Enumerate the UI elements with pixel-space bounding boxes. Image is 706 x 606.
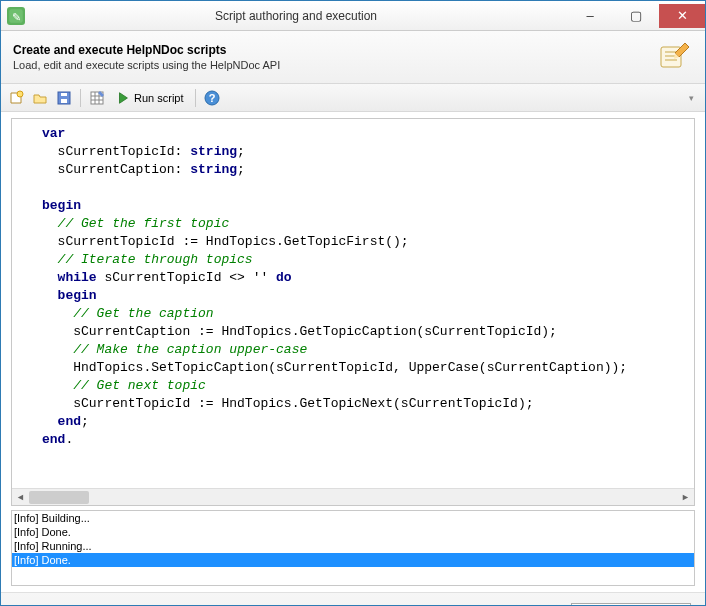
code-text: sCurrentTopicId := HndTopics.GetTopicNex… bbox=[42, 396, 533, 411]
svg-rect-7 bbox=[61, 99, 67, 103]
scroll-track[interactable] bbox=[29, 489, 677, 506]
code-text: ; bbox=[237, 144, 245, 159]
code-keyword: string bbox=[190, 144, 237, 159]
window-title: Script authoring and execution bbox=[25, 9, 567, 23]
new-script-button[interactable] bbox=[5, 87, 27, 109]
scroll-left-icon[interactable]: ◄ bbox=[12, 489, 29, 506]
toolbar-overflow-icon[interactable]: ▾ bbox=[689, 93, 701, 103]
code-keyword: var bbox=[42, 126, 65, 141]
code-text: sCurrentTopicId <> '' bbox=[97, 270, 276, 285]
svg-point-5 bbox=[17, 91, 23, 97]
code-text: ; bbox=[81, 414, 89, 429]
code-keyword: end bbox=[58, 414, 81, 429]
code-text: sCurrentTopicId: bbox=[42, 144, 190, 159]
code-text bbox=[42, 270, 58, 285]
svg-rect-8 bbox=[61, 93, 67, 96]
code-comment: // Get the first topic bbox=[42, 216, 229, 231]
header: Create and execute HelpNDoc scripts Load… bbox=[1, 31, 705, 84]
save-script-button[interactable] bbox=[53, 87, 75, 109]
code-text: sCurrentCaption: bbox=[42, 162, 190, 177]
code-keyword: string bbox=[190, 162, 237, 177]
code-keyword: begin bbox=[58, 288, 97, 303]
code-text bbox=[42, 288, 58, 303]
app-icon: ✎ bbox=[7, 7, 25, 25]
toolbar: Run script ? ▾ bbox=[1, 84, 705, 112]
output-line[interactable]: [Info] Done. bbox=[12, 525, 694, 539]
toolbar-separator bbox=[195, 89, 196, 107]
close-window-button[interactable]: ✕ bbox=[659, 4, 705, 28]
code-text: . bbox=[65, 432, 73, 447]
code-keyword: end bbox=[42, 432, 65, 447]
window-controls: – ▢ ✕ bbox=[567, 4, 705, 28]
code-keyword: while bbox=[58, 270, 97, 285]
output-pane[interactable]: [Info] Building... [Info] Done. [Info] R… bbox=[11, 510, 695, 586]
code-comment: // Get the caption bbox=[42, 306, 214, 321]
header-subtitle: Load, edit and execute scripts using the… bbox=[13, 59, 657, 71]
code-editor[interactable]: var sCurrentTopicId: string; sCurrentCap… bbox=[12, 119, 694, 488]
output-line[interactable]: [Info] Building... bbox=[12, 511, 694, 525]
build-button[interactable] bbox=[86, 87, 108, 109]
code-comment: // Iterate through topics bbox=[42, 252, 253, 267]
footer: Close bbox=[1, 592, 705, 606]
code-keyword: do bbox=[276, 270, 292, 285]
open-script-button[interactable] bbox=[29, 87, 51, 109]
code-keyword: begin bbox=[42, 198, 81, 213]
run-script-label: Run script bbox=[134, 92, 184, 104]
horizontal-scrollbar[interactable]: ◄ ► bbox=[12, 488, 694, 505]
code-comment: // Make the caption upper-case bbox=[42, 342, 307, 357]
header-text: Create and execute HelpNDoc scripts Load… bbox=[13, 43, 657, 71]
code-text: sCurrentTopicId := HndTopics.GetTopicFir… bbox=[42, 234, 409, 249]
code-text: HndTopics.SetTopicCaption(sCurrentTopicI… bbox=[42, 360, 627, 375]
maximize-button[interactable]: ▢ bbox=[613, 4, 659, 28]
scroll-right-icon[interactable]: ► bbox=[677, 489, 694, 506]
svg-text:✎: ✎ bbox=[12, 10, 21, 22]
play-icon bbox=[116, 91, 130, 105]
toolbar-separator bbox=[80, 89, 81, 107]
svg-text:?: ? bbox=[208, 92, 215, 104]
code-text bbox=[42, 414, 58, 429]
help-button[interactable]: ? bbox=[201, 87, 223, 109]
code-text: sCurrentCaption := HndTopics.GetTopicCap… bbox=[42, 324, 557, 339]
minimize-button[interactable]: – bbox=[567, 4, 613, 28]
editor-frame: var sCurrentTopicId: string; sCurrentCap… bbox=[11, 118, 695, 506]
run-script-button[interactable]: Run script bbox=[110, 87, 190, 109]
code-comment: // Get next topic bbox=[42, 378, 206, 393]
output-line-selected[interactable]: [Info] Done. bbox=[12, 553, 694, 567]
code-text: ; bbox=[237, 162, 245, 177]
close-button[interactable]: Close bbox=[571, 603, 691, 607]
scroll-pencil-icon bbox=[657, 39, 693, 75]
output-line[interactable]: [Info] Running... bbox=[12, 539, 694, 553]
scroll-thumb[interactable] bbox=[29, 491, 89, 504]
titlebar: ✎ Script authoring and execution – ▢ ✕ bbox=[1, 1, 705, 31]
header-title: Create and execute HelpNDoc scripts bbox=[13, 43, 657, 57]
